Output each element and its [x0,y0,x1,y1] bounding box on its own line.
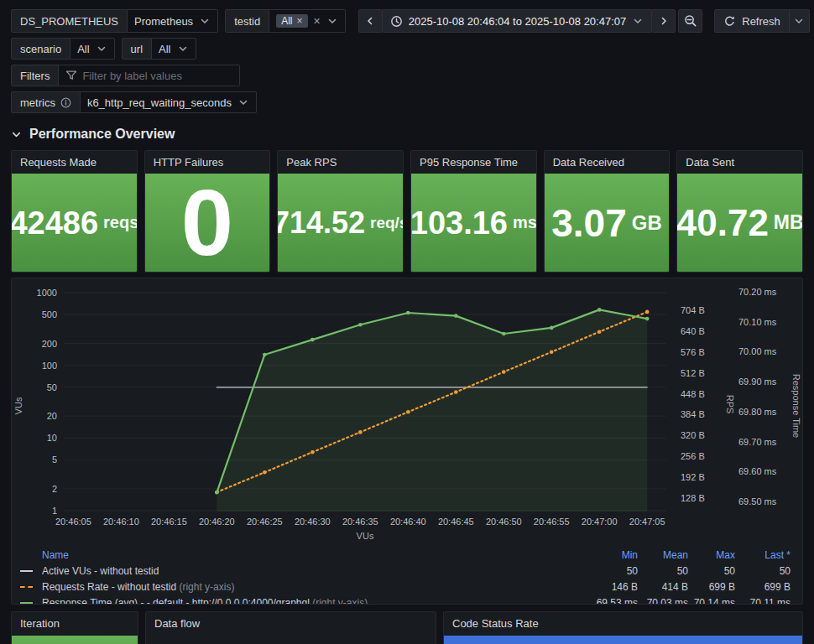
chevron-down-icon [326,15,338,27]
stat-value: 40.72MB [677,174,802,272]
timeseries-svg: 1000500200100502010521704 B640 B576 B512… [12,280,802,543]
series-name[interactable]: Requests Rate - without testid (right y-… [42,581,589,593]
legend-col-name[interactable]: Name [42,549,589,561]
series-name[interactable]: Active VUs - without testid [42,565,589,577]
panel-title[interactable]: Code Status Rate [444,612,802,635]
var-url-select[interactable]: All [152,38,196,60]
series-swatch-cell [20,597,42,605]
svg-text:2: 2 [52,484,57,494]
legend-col-min[interactable]: Min [589,549,638,561]
svg-text:20:46:45: 20:46:45 [438,517,474,527]
var-scenario-label: scenario [11,38,70,60]
refresh-interval-dropdown[interactable] [790,9,810,33]
stat-panels-row: Requests Made42486reqsHTTP Failures0Peak… [11,150,803,273]
var-scenario: scenario All [11,38,115,60]
clock-icon [390,15,403,28]
timeseries-chart[interactable]: 1000500200100502010521704 B640 B576 B512… [12,280,802,546]
legend-header: NameMinMeanMaxLast * [20,547,791,563]
chevron-down-icon [11,129,22,140]
panel-title[interactable]: P95 Response Time [411,151,536,174]
stat-unit: reqs [103,213,138,232]
var-datasource-select[interactable]: Prometheus [128,9,218,33]
chart-legend: NameMinMeanMaxLast *Active VUs - without… [12,546,802,605]
var-metrics-label: metrics [11,91,81,113]
bottom-panels-row: IterationData flowCode Status Rate [11,611,803,644]
chevron-down-icon [632,15,644,27]
legend-last-value: 699 B [735,581,791,593]
section-title: Performance Overview [29,127,175,142]
filters-group: Filters [11,65,240,86]
legend-max-value: 50 [688,565,735,577]
time-shift-back-button[interactable] [358,9,383,33]
legend-col-last[interactable]: Last * [735,549,791,561]
filter-input[interactable] [82,70,232,82]
panel-title[interactable]: Data Received [545,151,670,174]
section-performance-overview[interactable]: Performance Overview [11,125,803,143]
series-swatch-cell [20,565,42,577]
stat-panel-data-received: Data Received3.07GB [544,150,671,273]
chevron-right-icon [658,15,670,27]
remove-value-icon[interactable]: × [297,15,303,27]
metrics-select[interactable]: k6_http_req_waiting_seconds [81,91,257,113]
stat-unit: MB [774,211,803,234]
grafana-dashboard: DS_PROMETHEUS Prometheus testid All × × [0,0,814,644]
svg-text:VUs: VUs [357,531,374,541]
svg-text:20: 20 [47,411,57,421]
legend-row: Response Time (avg) - - default - http:/… [20,595,791,605]
var-scenario-select[interactable]: All [70,38,114,60]
svg-text:VUs: VUs [13,397,23,414]
legend-mean-value: 50 [638,565,688,577]
panel-iteration: Iteration [11,611,138,644]
var-url-value: All [159,43,170,55]
time-shift-forward-button[interactable] [651,9,676,33]
refresh-controls: Refresh [714,9,810,33]
panel-code-status-rate: Code Status Rate [443,611,803,644]
panel-title[interactable]: Requests Made [12,151,137,174]
submenu-row-4: metrics k6_http_req_waiting_seconds [11,91,803,113]
zoom-out-button[interactable] [678,9,702,33]
svg-text:20:47:05: 20:47:05 [629,517,665,527]
svg-text:448 B: 448 B [681,389,705,399]
panel-title[interactable]: Data Sent [677,151,802,174]
series-name[interactable]: Response Time (avg) - - default - http:/… [42,597,589,605]
var-url-label: url [122,38,152,60]
submenu-row-2: scenario All url All [11,38,803,60]
legend-col-max[interactable]: Max [688,549,735,561]
metrics-value: k6_http_req_waiting_seconds [87,96,232,109]
var-testid-select[interactable]: All × × [269,9,346,33]
info-icon[interactable] [60,97,71,108]
chevron-down-icon [237,96,249,108]
stat-number: 103.16 [410,207,508,239]
series-swatch[interactable] [20,586,33,588]
panel-title[interactable]: Iteration [12,612,138,635]
svg-text:69.70 ms: 69.70 ms [738,437,777,447]
svg-text:69.50 ms: 69.50 ms [738,496,777,506]
svg-text:50: 50 [47,382,57,392]
svg-text:1000: 1000 [37,288,57,298]
submenu-row-1: DS_PROMETHEUS Prometheus testid All × × [11,9,803,33]
svg-text:70.20 ms: 70.20 ms [738,287,777,297]
panel-title[interactable]: Peak RPS [278,151,403,174]
svg-text:20:46:50: 20:46:50 [486,517,522,527]
series-swatch[interactable] [20,570,33,572]
timeseries-panel: 1000500200100502010521704 B640 B576 B512… [11,278,803,605]
var-datasource-label: DS_PROMETHEUS [11,9,128,33]
panel-title[interactable]: Data flow [146,612,436,635]
svg-text:20:46:05: 20:46:05 [55,517,91,527]
time-range-picker[interactable]: 2025-10-08 20:46:04 to 2025-10-08 20:47:… [382,9,653,33]
metrics-label-text: metrics [20,96,55,109]
funnel-icon [65,70,77,81]
var-testid-label: testid [225,9,269,33]
series-swatch[interactable] [20,602,33,604]
testid-chip-all[interactable]: All × [276,14,307,28]
refresh-button[interactable]: Refresh [714,9,790,33]
svg-text:640 B: 640 B [681,326,705,336]
legend-col-mean[interactable]: Mean [638,549,688,561]
clear-all-icon[interactable]: × [314,15,321,27]
stat-value: 0 [145,174,270,272]
filter-input-container [59,65,240,86]
series-axis-note: (right y-axis) [176,581,234,593]
chevron-down-icon [96,43,107,55]
legend-min-value: 69.53 ms [589,597,638,605]
series-swatch-cell [20,581,42,593]
